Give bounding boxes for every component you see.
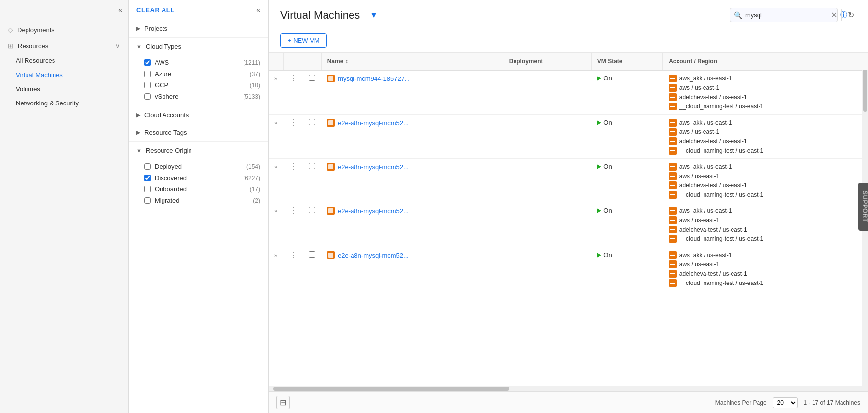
account-text: aws / us-east-1 <box>679 261 719 268</box>
account-badge <box>669 279 677 287</box>
discovered-checkbox[interactable] <box>144 175 151 181</box>
vsphere-checkbox[interactable] <box>144 93 151 100</box>
filter-section-cloud-types-header[interactable]: ▼ Cloud Types <box>129 38 268 55</box>
search-input[interactable] <box>745 11 828 19</box>
expand-icon[interactable]: » <box>274 76 277 81</box>
row-checkbox[interactable] <box>309 75 315 81</box>
filter-section-cloud-accounts: ▶ Cloud Accounts <box>129 106 268 124</box>
vm-name-link[interactable]: e2e-a8n-mysql-mcm52... <box>327 163 497 171</box>
vm-name-link[interactable]: e2e-a8n-mysql-mcm52... <box>327 251 497 259</box>
aws-checkbox[interactable] <box>144 59 151 66</box>
filter-section-resource-tags-header[interactable]: ▶ Resource Tags <box>129 124 268 141</box>
sidebar-collapse-button[interactable]: « <box>118 6 122 14</box>
row-expand-cell[interactable]: » <box>269 247 283 291</box>
row-menu-icon[interactable]: ⋮ <box>289 251 297 259</box>
clear-all-button[interactable]: CLEAR ALL <box>136 6 175 14</box>
account-item: aws_akk / us-east-1 <box>669 163 862 171</box>
col-account-region[interactable]: Account / Region <box>663 53 868 70</box>
sidebar-item-resources[interactable]: ⊞ Resources ∨ <box>0 38 128 53</box>
resources-expand-icon: ∨ <box>115 42 120 50</box>
filter-panel-collapse-button[interactable]: « <box>256 6 260 14</box>
account-text: aws / us-east-1 <box>679 217 719 224</box>
row-menu-cell[interactable]: ⋮ <box>283 70 303 115</box>
state-label: On <box>603 163 612 170</box>
vm-state: On <box>597 163 656 170</box>
filter-item-aws[interactable]: AWS (1211) <box>144 57 260 68</box>
filter-funnel-icon[interactable]: ▼ <box>370 11 378 20</box>
row-checkbox-cell[interactable] <box>303 247 321 291</box>
onboarded-checkbox[interactable] <box>144 186 151 192</box>
filter-item-onboarded[interactable]: Onboarded (17) <box>144 183 260 195</box>
row-menu-cell[interactable]: ⋮ <box>283 159 303 203</box>
deployed-checkbox[interactable] <box>144 163 151 170</box>
filter-section-projects-header[interactable]: ▶ Projects <box>129 20 268 37</box>
row-checkbox-cell[interactable] <box>303 70 321 115</box>
divider <box>841 9 842 21</box>
row-checkbox-cell[interactable] <box>303 115 321 159</box>
row-menu-icon[interactable]: ⋮ <box>289 206 297 215</box>
row-menu-cell[interactable]: ⋮ <box>283 203 303 247</box>
vm-name-link[interactable]: e2e-a8n-mysql-mcm52... <box>327 207 497 215</box>
search-clear-icon[interactable]: ✕ <box>831 10 837 20</box>
vm-type-icon <box>327 119 335 127</box>
account-item: aws / us-east-1 <box>669 128 862 136</box>
row-menu-cell[interactable]: ⋮ <box>283 247 303 291</box>
column-chooser-button[interactable]: ⊟ <box>276 396 290 409</box>
row-menu-icon[interactable]: ⋮ <box>289 118 297 127</box>
expand-icon[interactable]: » <box>274 208 277 214</box>
row-checkbox-cell[interactable] <box>303 159 321 203</box>
row-menu-icon[interactable]: ⋮ <box>289 162 297 171</box>
table-footer: ⊟ Machines Per Page 20 10 50 100 1 - 17 … <box>269 391 868 413</box>
refresh-button[interactable]: ↻ <box>846 8 856 22</box>
filter-item-azure[interactable]: Azure (37) <box>144 68 260 79</box>
row-checkbox[interactable] <box>309 119 315 125</box>
gcp-checkbox[interactable] <box>144 82 151 88</box>
sidebar-item-volumes[interactable]: Volumes <box>0 82 128 96</box>
filter-item-discovered[interactable]: Discovered (6227) <box>144 172 260 183</box>
filter-item-deployed[interactable]: Deployed (154) <box>144 161 260 172</box>
row-expand-cell[interactable]: » <box>269 159 283 203</box>
table-row: »⋮ e2e-a8n-mysql-mcm52... On aws_akk / u… <box>269 115 868 159</box>
horizontal-scrollbar[interactable] <box>269 386 868 391</box>
row-expand-cell[interactable]: » <box>269 115 283 159</box>
filter-section-resource-origin: ▼ Resource Origin Deployed (154) Discove… <box>129 142 268 210</box>
sidebar-item-deployments[interactable]: ◇ Deployments <box>0 22 128 38</box>
filter-section-resource-origin-header[interactable]: ▼ Resource Origin <box>129 142 268 159</box>
account-text: __cloud_naming-test / us-east-1 <box>679 191 763 198</box>
col-vm-state[interactable]: VM State <box>591 53 662 70</box>
migrated-checkbox[interactable] <box>144 197 151 204</box>
new-vm-button[interactable]: + NEW VM <box>280 33 327 48</box>
pagination-info: 1 - 17 of 17 Machines <box>804 399 860 406</box>
account-item: __cloud_naming-test / us-east-1 <box>669 235 862 243</box>
row-expand-cell[interactable]: » <box>269 70 283 115</box>
row-checkbox[interactable] <box>309 251 315 258</box>
row-menu-icon[interactable]: ⋮ <box>289 74 297 82</box>
row-menu-cell[interactable]: ⋮ <box>283 115 303 159</box>
row-checkbox[interactable] <box>309 207 315 213</box>
sidebar-item-networking-security[interactable]: Networking & Security <box>0 96 128 110</box>
row-checkbox-cell[interactable] <box>303 203 321 247</box>
expand-icon[interactable]: » <box>274 120 277 126</box>
vm-name-link[interactable]: e2e-a8n-mysql-mcm52... <box>327 119 497 127</box>
filter-section-cloud-accounts-header[interactable]: ▶ Cloud Accounts <box>129 106 268 124</box>
sidebar-item-all-resources[interactable]: All Resources <box>0 53 128 68</box>
filter-item-migrated[interactable]: Migrated (2) <box>144 195 260 206</box>
account-item: adelcheva-test / us-east-1 <box>669 93 862 101</box>
expand-icon[interactable]: » <box>274 252 277 258</box>
support-tab[interactable]: SUPPORT <box>859 183 868 231</box>
sidebar-item-virtual-machines[interactable]: Virtual Machines <box>0 68 128 82</box>
col-deployment[interactable]: Deployment <box>503 53 591 70</box>
row-checkbox[interactable] <box>309 163 315 169</box>
state-label: On <box>603 75 612 82</box>
row-accounts-cell: aws_akk / us-east-1 aws / us-east-1 adel… <box>663 203 868 247</box>
per-page-select[interactable]: 20 10 50 100 <box>773 397 798 408</box>
filter-item-vsphere[interactable]: vSphere (5133) <box>144 91 260 102</box>
filter-item-gcp[interactable]: GCP (10) <box>144 79 260 91</box>
row-expand-cell[interactable]: » <box>269 203 283 247</box>
horizontal-scrollbar-thumb[interactable] <box>273 387 509 391</box>
vm-name-link[interactable]: mysql-mcm944-185727... <box>327 75 497 82</box>
expand-icon[interactable]: » <box>274 164 277 170</box>
account-item: __cloud_naming-test / us-east-1 <box>669 279 862 287</box>
col-name[interactable]: Name ↕ <box>321 53 503 70</box>
azure-checkbox[interactable] <box>144 71 151 77</box>
